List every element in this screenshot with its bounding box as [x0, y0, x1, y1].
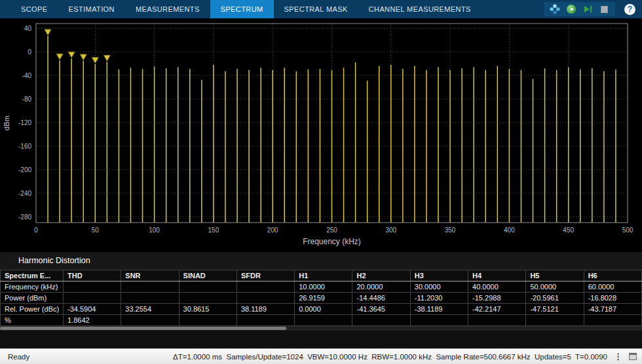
table-cell [121, 315, 179, 326]
tab-spectrum[interactable]: SPECTRUM [210, 0, 274, 18]
table-cell: 10.0000 [295, 282, 352, 293]
table-cell: 30.8615 [179, 304, 236, 315]
svg-text:-280: -280 [18, 213, 31, 221]
scrollbar-thumb[interactable] [0, 327, 286, 330]
svg-text:-120: -120 [18, 119, 31, 126]
table-cell: -14.4486 [352, 293, 410, 304]
help-button[interactable]: ? [624, 4, 635, 15]
step-forward-button[interactable] [582, 4, 593, 14]
svg-text:0: 0 [28, 48, 31, 56]
table-cell [410, 315, 468, 326]
col-header-h2[interactable]: H2 [352, 270, 410, 282]
col-header-h4[interactable]: H4 [468, 270, 526, 282]
col-header-sinad[interactable]: SINAD [179, 270, 236, 282]
col-header-thd[interactable]: THD [64, 270, 121, 282]
table-cell [64, 293, 121, 304]
col-header-sfdr[interactable]: SFDR [236, 270, 294, 282]
table-row: Rel. Power (dBc)-34.590433.255430.861538… [1, 304, 642, 315]
tab-scope[interactable]: SCOPE [10, 0, 58, 18]
table-cell [179, 282, 236, 293]
spectrum-analyzer-window: SCOPEESTIMATIONMEASUREMENTSSPECTRUMSPECT… [0, 0, 642, 364]
svg-text:400: 400 [504, 227, 515, 234]
run-button[interactable] [566, 4, 576, 14]
svg-text:dBm: dBm [3, 116, 10, 131]
table-cell [584, 315, 641, 326]
toolbar-actions: ? [544, 0, 642, 18]
table-cell [295, 315, 352, 326]
dock-window-icon[interactable] [629, 353, 637, 360]
table-cell [236, 282, 294, 293]
table-cell [468, 315, 526, 326]
play-icon [567, 5, 576, 14]
stop-icon [601, 6, 608, 13]
overflow-menu-icon[interactable]: ⋮ [614, 352, 622, 361]
col-header-h6[interactable]: H6 [584, 270, 641, 282]
status-text: Ready [5, 353, 29, 361]
svg-text:0: 0 [34, 227, 38, 234]
svg-text:40: 40 [24, 25, 32, 32]
status-info-text: ΔT=1.0000 ms Samples/Update=1024 VBW=10.… [173, 353, 607, 361]
table-cell: 40.0000 [468, 282, 526, 293]
svg-text:-240: -240 [18, 190, 31, 197]
table-cell: -34.5904 [64, 304, 121, 315]
tab-estimation[interactable]: ESTIMATION [58, 0, 125, 18]
run-controls-group [544, 2, 615, 16]
svg-text:100: 100 [149, 227, 160, 234]
processing-indicator-icon[interactable] [550, 4, 560, 14]
table-cell: -16.8028 [584, 293, 641, 304]
table-cell: 60.0000 [584, 282, 641, 293]
table-cell [121, 293, 179, 304]
table-cell [236, 315, 294, 326]
table-cell: 1.8642 [64, 315, 121, 326]
status-bar: Ready ΔT=1.0000 ms Samples/Update=1024 V… [0, 348, 642, 364]
col-header-snr[interactable]: SNR [121, 270, 179, 282]
panel-gap [0, 331, 642, 348]
svg-text:Frequency (kHz): Frequency (kHz) [303, 237, 361, 246]
toolbar: SCOPEESTIMATIONMEASUREMENTSSPECTRUMSPECT… [0, 0, 642, 18]
table-cell [121, 282, 179, 293]
table-cell: 20.0000 [352, 282, 410, 293]
harmonic-distortion-panel: Spectrum E...THDSNRSINADSFDRH1H2H3H4H5H6… [0, 270, 642, 331]
stop-button[interactable] [599, 4, 609, 14]
col-header-h3[interactable]: H3 [410, 270, 468, 282]
tab-channel-measurements[interactable]: CHANNEL MEASUREMENTS [358, 0, 482, 18]
table-row: Power (dBm)26.9159-14.4486-11.2030-15.29… [1, 293, 642, 304]
step-forward-icon [584, 6, 592, 12]
table-horizontal-scrollbar[interactable] [0, 326, 642, 331]
table-cell: -43.7187 [584, 304, 641, 315]
svg-text:-160: -160 [18, 143, 31, 150]
table-cell [526, 315, 584, 326]
table-row: %1.8642 [1, 315, 642, 326]
spectrum-plot[interactable]: 050100150200250300350400450500400-40-80-… [0, 18, 642, 252]
table-cell: -47.5121 [526, 304, 584, 315]
table-cell: -20.5961 [526, 293, 584, 304]
svg-text:150: 150 [208, 227, 219, 234]
col-header-h5[interactable]: H5 [526, 270, 584, 282]
svg-text:450: 450 [563, 227, 574, 234]
table-cell: -15.2988 [468, 293, 526, 304]
table-cell [64, 282, 121, 293]
svg-text:-200: -200 [18, 166, 31, 173]
svg-text:350: 350 [445, 227, 456, 234]
table-cell [179, 315, 236, 326]
col-header-h1[interactable]: H1 [295, 270, 352, 282]
table-cell: -42.2147 [468, 304, 526, 315]
table-cell: 30.0000 [410, 282, 468, 293]
table-cell: 33.2554 [121, 304, 179, 315]
status-metrics: ΔT=1.0000 ms Samples/Update=1024 VBW=10.… [173, 352, 637, 361]
table-cell: -41.3645 [352, 304, 410, 315]
toolbar-tabs: SCOPEESTIMATIONMEASUREMENTSSPECTRUMSPECT… [10, 0, 482, 18]
row-label: Rel. Power (dBc) [1, 304, 64, 315]
harmonic-distortion-table: Spectrum E...THDSNRSINADSFDRH1H2H3H4H5H6… [0, 270, 642, 326]
table-cell: -38.1189 [410, 304, 468, 315]
table-cell: -11.2030 [410, 293, 468, 304]
row-label: Frequency (kHz) [1, 282, 64, 293]
tab-measurements[interactable]: MEASUREMENTS [125, 0, 210, 18]
col-header-spectrum-e[interactable]: Spectrum E... [1, 270, 64, 282]
svg-text:200: 200 [267, 227, 278, 234]
tab-spectral-mask[interactable]: SPECTRAL MASK [274, 0, 358, 18]
svg-text:50: 50 [92, 227, 100, 234]
row-label: Power (dBm) [1, 293, 64, 304]
svg-text:500: 500 [622, 227, 633, 234]
table-cell: 26.9159 [295, 293, 352, 304]
